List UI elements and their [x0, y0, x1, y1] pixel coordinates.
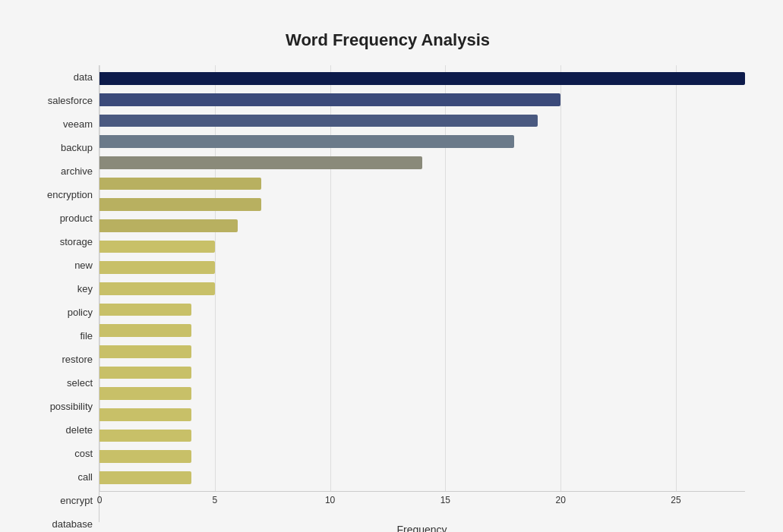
bar: [99, 198, 261, 211]
bar: [99, 219, 238, 232]
bar: [99, 324, 191, 337]
bar: [99, 408, 191, 421]
bar: [99, 135, 514, 148]
bar: [99, 450, 191, 463]
bar-row: [99, 131, 745, 153]
bar: [99, 156, 422, 169]
y-label: cost: [74, 449, 93, 458]
bar: [99, 93, 560, 106]
bar: [99, 345, 191, 358]
bars-area: [99, 65, 745, 492]
bar-row: [99, 236, 745, 257]
y-label: veeam: [63, 119, 93, 129]
bar: [99, 115, 538, 127]
x-axis: 0510152025: [99, 492, 745, 522]
x-tick: 5: [212, 495, 217, 505]
bar-row: [99, 405, 745, 426]
y-label: encrypt: [60, 496, 93, 505]
bar-row: [99, 257, 745, 279]
bar-row: [99, 68, 745, 90]
bar-row: [99, 216, 745, 237]
bar-row: [99, 446, 745, 467]
y-label: delete: [66, 425, 93, 435]
y-label: key: [77, 284, 93, 294]
bar: [99, 304, 191, 316]
bar-row: [99, 362, 745, 383]
bar-row: [99, 173, 745, 194]
bar-row: [99, 279, 745, 300]
y-label: restore: [62, 354, 93, 364]
bar: [99, 387, 191, 400]
bar: [99, 241, 215, 253]
y-label: storage: [60, 237, 93, 247]
bars-and-xaxis: 0510152025 Frequency: [99, 65, 745, 532]
y-label: encryption: [47, 190, 93, 200]
bars-inner: [99, 65, 745, 491]
x-tick: 20: [555, 495, 565, 505]
x-tick: 15: [440, 495, 450, 505]
bar-row: [99, 342, 745, 363]
bar-row: [99, 110, 745, 131]
chart-area: datasalesforceveeambackuparchiveencrypti…: [30, 65, 745, 532]
y-label: new: [74, 260, 93, 270]
y-label: possibility: [50, 401, 93, 411]
bar-row: [99, 153, 745, 174]
y-label: product: [60, 213, 93, 223]
bar: [99, 430, 191, 442]
chart-title: Word Frequency Analysis: [30, 30, 745, 50]
chart-container: Word Frequency Analysis datasalesforceve…: [15, 15, 768, 532]
y-labels: datasalesforceveeambackuparchiveencrypti…: [30, 65, 99, 532]
y-label: database: [52, 519, 93, 529]
y-label: call: [77, 472, 93, 482]
x-tick: 0: [97, 495, 103, 505]
bar: [99, 471, 191, 484]
y-label: salesforce: [48, 96, 93, 105]
y-label: select: [67, 378, 93, 388]
bar: [99, 178, 261, 190]
y-label: backup: [61, 143, 93, 153]
bar-row: [99, 425, 745, 446]
y-label: policy: [68, 307, 93, 317]
bar-row: [99, 467, 745, 488]
y-label: file: [80, 331, 93, 341]
bar: [99, 261, 215, 274]
bar-row: [99, 299, 745, 320]
bar: [99, 282, 215, 295]
bar-row: [99, 383, 745, 405]
bar-row: [99, 90, 745, 111]
x-tick: 25: [671, 495, 680, 505]
bar: [99, 367, 191, 379]
x-tick: 10: [325, 495, 335, 505]
y-label: data: [74, 72, 93, 82]
x-axis-label: Frequency: [99, 524, 745, 532]
bar-row: [99, 320, 745, 342]
bar: [99, 72, 745, 85]
bar-row: [99, 194, 745, 216]
y-label: archive: [61, 166, 93, 176]
